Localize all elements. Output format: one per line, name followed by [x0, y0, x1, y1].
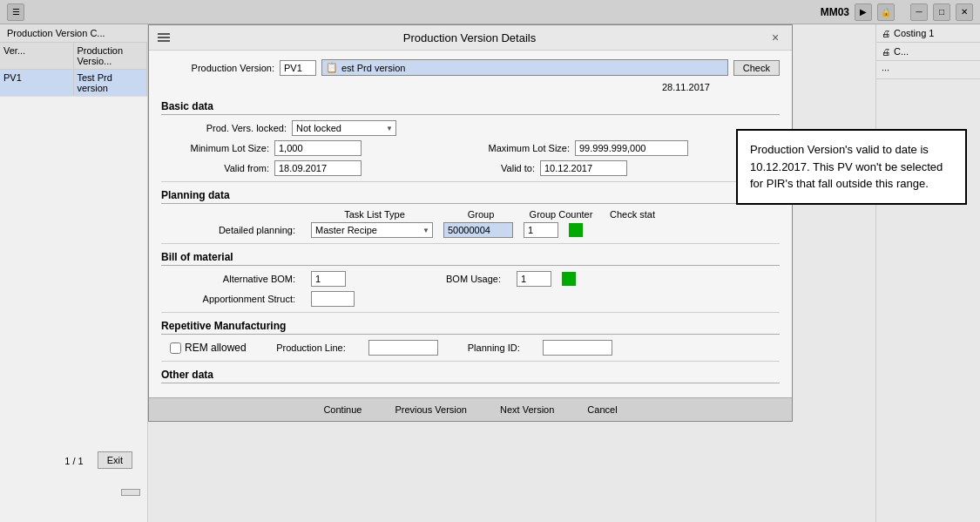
apportionment-input[interactable] [311, 291, 355, 307]
planning-headers: Task List Type Group Group Counter Check… [161, 209, 780, 220]
bom-row: Alternative BOM: BOM Usage: [161, 271, 780, 287]
planning-data-section: Planning data [161, 189, 780, 204]
valid-to-label: Valid to: [470, 163, 540, 173]
pv-date: 28.11.2017 [662, 82, 710, 92]
bom-section: Bill of material [161, 251, 780, 266]
pv-desc-field[interactable]: 📋 est Prd version [321, 59, 728, 76]
hamburger-icon[interactable]: ☰ [7, 3, 24, 21]
tab-more[interactable]: ··· [876, 61, 980, 79]
bom-usage-input[interactable] [517, 271, 551, 287]
close-icon[interactable]: ✕ [956, 3, 973, 21]
rem-allowed-checkbox[interactable] [170, 342, 181, 354]
dialog-menu-button[interactable] [158, 31, 172, 44]
left-panel-row[interactable]: PV1 Test Prd version [0, 70, 147, 97]
pv-code-field[interactable]: PV1 [280, 60, 316, 76]
group-input[interactable] [443, 222, 513, 238]
repetitive-section: Repetitive Manufacturing [161, 320, 780, 335]
dialog-titlebar: Production Version Details × [149, 25, 792, 51]
bom-usage-indicator [562, 272, 576, 286]
app-code-label: MM03 [821, 6, 849, 18]
group-header: Group [446, 209, 516, 220]
planning-id-label: Planning ID: [456, 342, 525, 353]
other-data-section: Other data [161, 369, 780, 383]
play-icon[interactable]: ▶ [855, 3, 872, 21]
dialog: Production Version Details × Production … [148, 24, 793, 422]
lock-icon[interactable]: 🔒 [877, 3, 895, 21]
detailed-planning-row: Detailed planning: Master Recipe [161, 222, 780, 238]
repetitive-row: REM allowed Production Line: Planning ID… [161, 340, 780, 356]
top-bar: ☰ MM03 ▶ 🔒 ─ □ ✕ [0, 0, 980, 24]
right-panel: 🖨 Costing 1 🖨 C... ··· [875, 24, 980, 522]
left-panel: Production Version C... Ver... Productio… [0, 24, 148, 522]
maximize-icon[interactable]: □ [933, 3, 950, 21]
valid-dates-row: Valid from: Valid to: [161, 160, 780, 176]
prod-line-label: Production Line: [264, 342, 351, 353]
max-lot-input[interactable] [575, 140, 688, 156]
pv-label: Production Version: [161, 63, 274, 73]
check-stat-indicator [569, 223, 583, 237]
detailed-planning-select[interactable]: Master Recipe [311, 222, 433, 238]
dialog-footer: Continue Previous Version Next Version C… [149, 397, 792, 421]
next-version-button[interactable]: Next Version [497, 403, 558, 417]
pv-desc-icon: 📋 [326, 62, 338, 73]
prod-line-input[interactable] [368, 340, 438, 356]
costing1-icon: 🖨 [882, 29, 890, 38]
production-version-row: Production Version: PV1 📋 est Prd versio… [161, 59, 780, 76]
col-ver: Ver... [0, 43, 74, 69]
apportionment-row: Apportionment Struct: [161, 291, 780, 307]
left-panel-table-header: Ver... Production Versio... [0, 43, 147, 70]
task-list-type-header: Task List Type [314, 209, 436, 220]
prod-vers-locked-select[interactable]: Not locked [292, 120, 396, 136]
tab-c[interactable]: 🖨 C... [876, 43, 980, 61]
valid-from-input[interactable] [274, 160, 362, 176]
previous-version-button[interactable]: Previous Version [391, 403, 470, 417]
prod-vers-locked-label: Prod. Vers. locked: [161, 123, 292, 133]
bom-usage-label: BOM Usage: [436, 274, 506, 284]
c-icon: 🖨 [882, 47, 890, 57]
max-lot-label: Maximum Lot Size: [470, 143, 575, 153]
check-stat-header: Check stat [606, 209, 659, 220]
dialog-body: Production Version: PV1 📋 est Prd versio… [149, 51, 792, 397]
min-lot-input[interactable] [274, 140, 362, 156]
continue-button[interactable]: Continue [320, 403, 365, 417]
basic-data-section: Basic data [161, 100, 780, 115]
check-button[interactable]: Check [733, 60, 780, 76]
min-lot-label: Minimum Lot Size: [161, 143, 274, 153]
callout-box: Production Version's valid to date is 10… [736, 129, 967, 205]
valid-from-label: Valid from: [161, 163, 274, 173]
detailed-planning-label: Detailed planning: [161, 225, 301, 235]
tab-costing1[interactable]: 🖨 Costing 1 [876, 24, 980, 43]
prod-vers-locked-row: Prod. Vers. locked: Not locked [161, 120, 780, 136]
cancel-button[interactable]: Cancel [584, 403, 620, 417]
rem-allowed-label: REM allowed [185, 342, 247, 354]
col-pv: Production Versio... [74, 43, 148, 69]
planning-id-input[interactable] [543, 340, 612, 356]
minimize-icon[interactable]: ─ [910, 3, 928, 21]
callout-text: Production Version's valid to date is 10… [750, 143, 943, 190]
left-panel-title: Production Version C... [7, 28, 105, 38]
group-counter-input[interactable] [524, 222, 558, 238]
lot-size-row: Minimum Lot Size: Maximum Lot Size: [161, 140, 780, 156]
group-counter-header: Group Counter [526, 209, 596, 220]
alt-bom-label: Alternative BOM: [161, 274, 301, 284]
alt-bom-input[interactable] [311, 271, 346, 287]
row-pv: Test Prd version [74, 70, 148, 96]
dialog-close-button[interactable]: × [767, 30, 783, 45]
apportionment-label: Apportionment Struct: [161, 294, 301, 304]
exit-button[interactable]: Exit [98, 451, 132, 469]
row-ver: PV1 [0, 70, 74, 96]
dialog-title: Production Version Details [172, 31, 767, 44]
valid-to-input[interactable] [540, 160, 627, 176]
